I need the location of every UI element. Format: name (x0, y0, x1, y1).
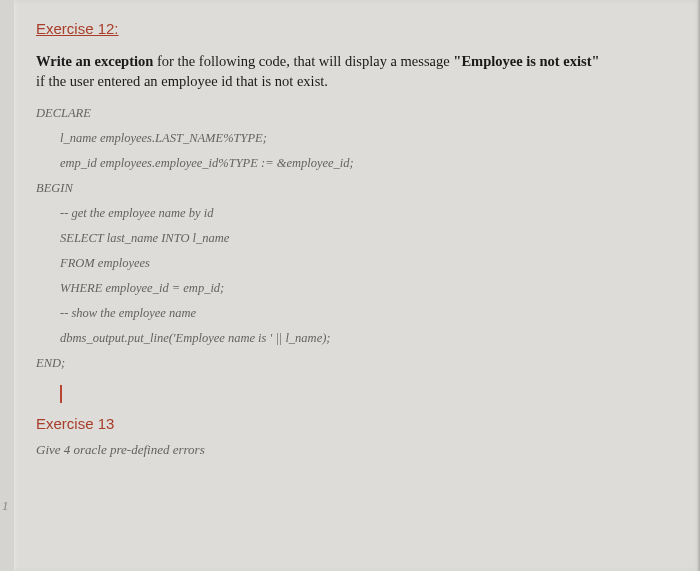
instr-tail: if the user entered an employee id that … (36, 73, 328, 89)
gutter-mark: 1 (2, 498, 9, 514)
instr-quote: "Employee is not exist" (453, 53, 599, 69)
code-line: FROM employees (60, 256, 678, 271)
exercise-12-instruction: Write an exception for the following cod… (36, 51, 678, 92)
code-line: dbms_output.put_line('Employee name is '… (60, 331, 678, 346)
code-begin: BEGIN (36, 181, 678, 196)
instr-bold-lead: Write an exception (36, 53, 153, 69)
code-block: DECLARE l_name employees.LAST_NAME%TYPE;… (36, 106, 678, 371)
exercise-13-text: Give 4 oracle pre-defined errors (36, 442, 678, 458)
exercise-13-heading: Exercise 13 (36, 415, 678, 432)
code-end: END; (36, 356, 678, 371)
code-comment: -- get the employee name by id (60, 206, 678, 221)
code-declare: DECLARE (36, 106, 678, 121)
code-line: SELECT last_name INTO l_name (60, 231, 678, 246)
code-line: emp_id employees.employee_id%TYPE := &em… (60, 156, 678, 171)
instr-mid: for the following code, that will displa… (153, 53, 453, 69)
exercise-12-heading: Exercise 12: (36, 20, 678, 37)
code-line: l_name employees.LAST_NAME%TYPE; (60, 131, 678, 146)
code-line: WHERE employee_id = emp_id; (60, 281, 678, 296)
document-page: Exercise 12: Write an exception for the … (14, 0, 700, 571)
text-cursor (60, 385, 62, 403)
code-comment: -- show the employee name (60, 306, 678, 321)
